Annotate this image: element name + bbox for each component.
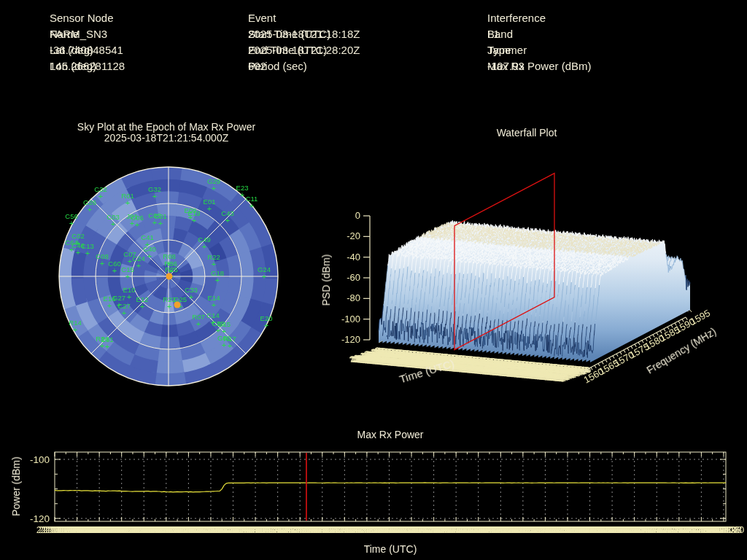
field-label: Band bbox=[487, 28, 624, 40]
plots-canvas bbox=[0, 0, 747, 560]
section-title: Sensor Node bbox=[50, 12, 114, 24]
field-value: -107.93 bbox=[487, 60, 525, 72]
field-value: Jammer bbox=[487, 44, 527, 56]
field-value: -36.740848541 bbox=[50, 44, 123, 56]
power-chart-y-axis-label: Power (dBm) bbox=[10, 456, 22, 516]
field-value: L1 bbox=[487, 28, 500, 40]
field-value: 2025-03-18T21:18:18Z bbox=[248, 28, 360, 40]
field-value: FARM_SN3 bbox=[50, 28, 107, 40]
field-value: 145.266281128 bbox=[50, 60, 125, 72]
dashboard: Sensor Node Name FARM_SN3 Lat (deg) -36.… bbox=[0, 0, 747, 560]
section-title: Event bbox=[248, 12, 276, 24]
power-chart-title: Max Rx Power bbox=[357, 429, 423, 440]
waterfall-psd-axis-label: PSD (dBm) bbox=[320, 254, 332, 306]
sky-plot-title: Sky Plot at the Epoch of Max Rx Power bbox=[77, 121, 255, 133]
waterfall-title: Waterfall Plot bbox=[497, 127, 557, 139]
power-chart-x-axis-label: Time (UTC) bbox=[364, 543, 417, 555]
section-title: Interference bbox=[487, 12, 546, 24]
sky-plot-epoch: 2025-03-18T21:21:54.000Z bbox=[104, 132, 228, 144]
field-value: 602 bbox=[248, 60, 266, 72]
field-value: 2025-03-18T21:28:20Z bbox=[248, 44, 360, 56]
